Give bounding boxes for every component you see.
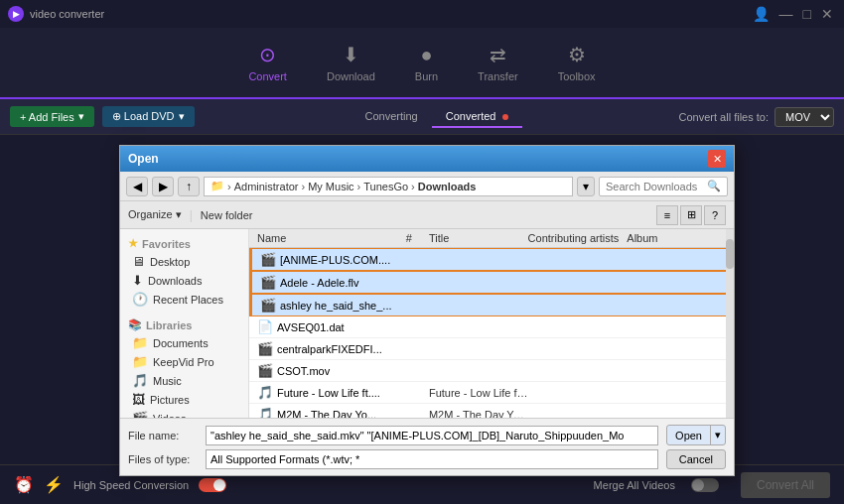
nav-convert[interactable]: ⊙ Convert (248, 43, 287, 82)
sidebar-documents[interactable]: 📁 Documents (120, 333, 248, 352)
file-icon: 🎬 (260, 298, 276, 313)
load-dvd-button[interactable]: ⊕ Load DVD ▾ (102, 106, 195, 127)
view-list-button[interactable]: ≡ (656, 205, 678, 225)
path-dropdown[interactable]: ▾ (577, 177, 595, 196)
tab-converting[interactable]: Converting (352, 106, 432, 128)
scrollbar-thumb[interactable] (726, 239, 734, 269)
convert-icon: ⊙ (259, 43, 276, 66)
path-arrow: › (411, 181, 415, 192)
col-header-artists[interactable]: Contributing artists (528, 232, 628, 244)
file-icon: 🎵 (257, 385, 273, 400)
main-content: Open ✕ ◀ ▶ ↑ 📁 › Administrator › My Musi… (0, 135, 844, 464)
merge-toggle[interactable] (691, 478, 719, 492)
open-button[interactable]: Open ▾ (666, 425, 726, 445)
convert-all-button[interactable]: Convert All (741, 472, 830, 498)
sidebar-desktop[interactable]: 🖥 Desktop (120, 252, 248, 271)
forward-button[interactable]: ▶ (152, 177, 174, 196)
toolbar: + Add Files ▾ ⊕ Load DVD ▾ Converting Co… (0, 99, 844, 135)
add-files-dropdown-icon[interactable]: ▾ (78, 110, 84, 123)
dialog-nav-bar: ◀ ▶ ↑ 📁 › Administrator › My Music › Tun… (120, 172, 734, 201)
path-part-4[interactable]: Downloads (418, 181, 477, 192)
file-row[interactable]: 🎬Adele - Adele.flv (249, 271, 734, 294)
sidebar-pictures[interactable]: 🖼 Pictures (120, 390, 248, 409)
col-header-num[interactable]: # (389, 232, 429, 244)
scrollbar-track[interactable] (726, 229, 734, 418)
file-list: Name # Title Contributing artists Album … (249, 229, 734, 418)
load-dvd-dropdown-icon[interactable]: ▾ (179, 110, 185, 123)
dialog-sidebar: ★ Favorites 🖥 Desktop ⬇ Downloads 🕐 Rece… (120, 229, 249, 418)
music-icon: 🎵 (132, 373, 148, 388)
add-files-button[interactable]: + Add Files ▾ (10, 106, 94, 127)
file-icon: 🎬 (260, 275, 276, 290)
dialog-close-button[interactable]: ✕ (708, 150, 726, 168)
lightning-icon: ⚡ (44, 475, 64, 494)
nav-bar: ⊙ Convert ⬇ Download ● Burn ⇄ Transfer ⚙… (0, 28, 844, 99)
path-part-3[interactable]: TunesGo (363, 181, 408, 192)
path-arrow: › (227, 181, 231, 192)
file-row[interactable]: 🎬[ANIME-PLUS.COM.... (249, 248, 734, 271)
file-row[interactable]: 🎬centralparkFIXEDFI... (249, 338, 734, 360)
view-help-button[interactable]: ? (704, 205, 726, 225)
path-part-1[interactable]: Administrator (234, 181, 299, 192)
file-row[interactable]: 📄AVSEQ01.dat (249, 316, 734, 338)
file-list-header: Name # Title Contributing artists Album (249, 229, 734, 248)
minimize-icon[interactable]: — (776, 6, 796, 22)
path-arrow: › (301, 181, 305, 192)
speed-label: High Speed Conversion (73, 479, 189, 491)
cancel-button[interactable]: Cancel (666, 449, 726, 469)
tab-converted[interactable]: Converted (432, 106, 522, 128)
app-title: video converter (30, 8, 104, 20)
close-icon[interactable]: ✕ (818, 6, 836, 22)
path-bar: 📁 › Administrator › My Music › TunesGo ›… (204, 177, 573, 196)
back-button[interactable]: ◀ (126, 177, 148, 196)
file-row[interactable]: 🎵Future - Low Life ft.... Future - Low L… (249, 382, 734, 404)
keepvid-icon: 📁 (132, 354, 148, 369)
favorites-header: ★ Favorites (120, 235, 248, 252)
new-folder-button[interactable]: New folder (201, 209, 253, 221)
user-icon[interactable]: 👤 (750, 6, 773, 22)
transfer-icon: ⇄ (490, 43, 506, 66)
sidebar-recent[interactable]: 🕐 Recent Places (120, 290, 248, 309)
search-input[interactable] (606, 181, 707, 192)
organize-button[interactable]: Organize ▾ (128, 208, 182, 221)
file-row[interactable]: 🎬ashley he_said_she_... (249, 294, 734, 316)
search-icon[interactable]: 🔍 (707, 180, 721, 192)
documents-icon: 📁 (132, 335, 148, 350)
file-icon: 🎬 (257, 341, 273, 356)
dialog-footer: File name: Open ▾ Files of type: Cancel (120, 418, 734, 475)
nav-toolbox[interactable]: ⚙ Toolbox (558, 43, 596, 82)
pictures-icon: 🖼 (132, 392, 145, 407)
view-grid-button[interactable]: ⊞ (680, 205, 702, 225)
maximize-icon[interactable]: □ (800, 6, 814, 22)
col-header-name[interactable]: Name (257, 232, 389, 244)
sidebar-downloads[interactable]: ⬇ Downloads (120, 271, 248, 290)
nav-download[interactable]: ⬇ Download (327, 43, 375, 82)
nav-burn[interactable]: ● Burn (415, 44, 438, 82)
videos-icon: 🎬 (132, 411, 148, 418)
nav-transfer[interactable]: ⇄ Transfer (478, 43, 518, 82)
path-part-2[interactable]: My Music (308, 181, 353, 192)
speed-toggle[interactable] (199, 478, 226, 492)
file-icon: 📄 (257, 319, 273, 334)
filename-input[interactable] (206, 426, 658, 445)
dialog-toolbar: Organize ▾ | New folder ≡ ⊞ ? (120, 201, 734, 229)
sidebar-music[interactable]: 🎵 Music (120, 371, 248, 390)
open-button-dropdown[interactable]: ▾ (710, 426, 725, 444)
format-select[interactable]: MOV (774, 107, 834, 127)
sidebar-keepvid[interactable]: 📁 KeepVid Pro (120, 352, 248, 371)
tab-dot (502, 114, 508, 120)
sidebar-videos[interactable]: 🎬 Videos (120, 409, 248, 418)
file-row[interactable]: 🎬CSOT.mov (249, 360, 734, 382)
tab-group: Converting Converted (352, 106, 522, 128)
view-buttons: ≡ ⊞ ? (656, 205, 726, 225)
up-button[interactable]: ↑ (178, 177, 200, 196)
file-row[interactable]: 🎵M2M - The Day Yo... M2M - The Day You W… (249, 404, 734, 418)
format-input[interactable] (206, 449, 658, 469)
dialog-title: Open (128, 152, 159, 166)
col-header-title[interactable]: Title (429, 232, 528, 244)
col-header-album[interactable]: Album (627, 232, 726, 244)
downloads-icon: ⬇ (132, 273, 143, 288)
path-icon: 📁 (211, 180, 224, 192)
burn-icon: ● (420, 44, 432, 66)
format-label: Files of type: (128, 453, 198, 465)
